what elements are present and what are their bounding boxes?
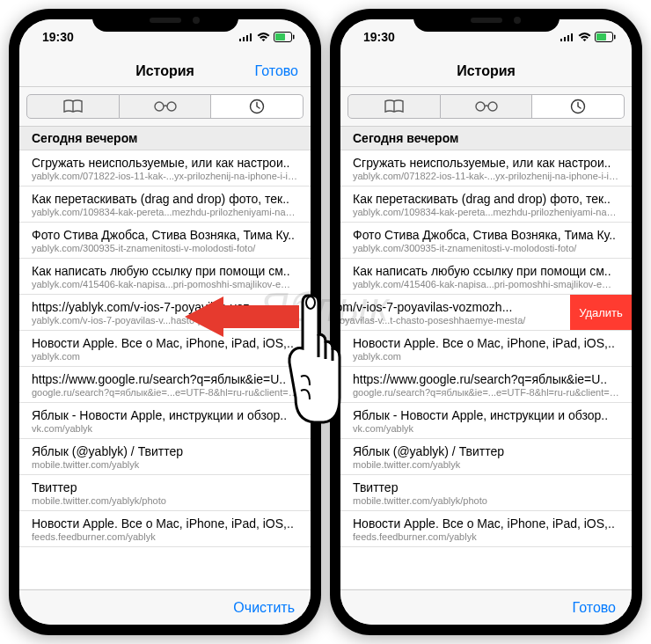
svg-point-17 — [476, 102, 485, 111]
history-row[interactable]: Яблык (@yablyk) / Твиттерmobile.twitter.… — [340, 439, 632, 475]
svg-rect-5 — [293, 35, 295, 40]
row-title: Новости Apple. Все о Mac, iPhone, iPad, … — [32, 516, 298, 531]
history-row[interactable]: https://www.google.ru/search?q=яблык&ie=… — [19, 367, 311, 403]
history-row[interactable]: Яблык - Новости Apple, инструкции и обзо… — [19, 403, 311, 439]
row-url: mobile.twitter.com/yablyk/photo — [32, 495, 298, 506]
svg-rect-15 — [614, 35, 616, 40]
history-row[interactable]: Новости Apple. Все о Mac, iPhone, iPad, … — [340, 331, 632, 367]
row-title: Твиттер — [353, 480, 619, 494]
row-url: google.ru/search?q=яблык&ie=...e=UTF-8&h… — [32, 387, 298, 398]
row-url: vk.com/yablyk — [32, 423, 298, 434]
history-row[interactable]: Фото Стива Джобса, Стива Возняка, Тима К… — [340, 223, 632, 259]
history-row[interactable]: Сгружать неиспользуемые, или как настрои… — [19, 150, 311, 187]
row-url: yablyk.com/300935-it-znamenitosti-v-molo… — [353, 243, 619, 253]
row-title: Яблык (@yablyk) / Твиттер — [32, 444, 298, 458]
history-row[interactable]: Новости Apple. Все о Mac, iPhone, iPad, … — [340, 511, 632, 547]
row-url: google.ru/search?q=яблык&ie=...e=UTF-8&h… — [353, 387, 619, 398]
clock-icon — [249, 99, 265, 114]
battery-icon — [595, 32, 616, 42]
done-toolbar-button[interactable]: Готово — [573, 600, 616, 616]
row-title: Твиттер — [32, 480, 298, 494]
history-row[interactable]: Как написать любую ссылку при помощи см.… — [340, 259, 632, 295]
history-row[interactable]: https://www.google.ru/search?q=яблык&ie=… — [340, 367, 632, 403]
battery-icon — [274, 32, 295, 42]
status-right — [560, 32, 616, 42]
row-title: Новости Apple. Все о Mac, iPhone, iPad, … — [353, 516, 619, 531]
svg-rect-2 — [246, 35, 248, 41]
history-row[interactable]: Твиттерmobile.twitter.com/yablyk/photo — [340, 475, 632, 511]
history-row[interactable]: Фото Стива Джобса, Стива Возняка, Тима К… — [19, 223, 311, 259]
row-title: yablyk.com/v-ios-7-poyavilas-vozmozh... — [340, 300, 567, 314]
row-url: yablyk.com/300935-it-znamenitosti-v-molo… — [32, 243, 298, 253]
svg-rect-11 — [564, 37, 566, 41]
wifi-icon — [257, 33, 270, 42]
tab-history[interactable] — [532, 94, 625, 119]
history-row[interactable]: Как перетаскивать (drag and drop) фото, … — [19, 187, 311, 223]
history-row[interactable]: Твиттерmobile.twitter.com/yablyk/photo — [19, 475, 311, 511]
row-url: m/v-ios-7-poyavilas-v...t-chasto-poseshh… — [340, 315, 567, 326]
book-icon — [63, 99, 83, 113]
pointer-hand-icon — [283, 289, 345, 429]
toolbar: Очистить — [19, 589, 311, 625]
row-title: Как перетаскивать (drag and drop) фото, … — [353, 192, 619, 206]
history-row[interactable]: Сгружать неиспользуемые, или как настрои… — [340, 150, 632, 187]
svg-rect-3 — [250, 33, 252, 41]
row-title: https://www.google.ru/search?q=яблык&ie=… — [353, 372, 619, 386]
svg-point-8 — [167, 102, 176, 111]
history-list-right: Сгружать неиспользуемые, или как настрои… — [340, 150, 632, 589]
status-right — [239, 32, 295, 42]
navbar: История — [340, 55, 632, 87]
nav-title: История — [457, 63, 516, 78]
signal-icon — [239, 33, 253, 41]
section-header: Сегодня вечером — [19, 127, 311, 150]
notch — [413, 9, 560, 32]
navbar: История Готово — [19, 55, 311, 87]
svg-rect-1 — [243, 37, 245, 41]
done-button[interactable]: Готово — [255, 63, 298, 79]
row-url: yablyk.com/415406-kak-napisa...pri-pomos… — [32, 279, 298, 289]
book-icon — [384, 99, 404, 113]
row-title: Яблык - Новости Apple, инструкции и обзо… — [353, 408, 619, 422]
tab-segmented — [340, 87, 632, 127]
status-time: 19:30 — [363, 30, 395, 44]
tab-history[interactable] — [211, 94, 304, 119]
tab-readinglist[interactable] — [441, 94, 533, 119]
tab-readinglist[interactable] — [120, 94, 212, 119]
tab-segmented — [19, 87, 311, 127]
tab-bookmarks[interactable] — [347, 94, 441, 119]
svg-point-18 — [488, 102, 497, 111]
nav-title: История — [135, 63, 194, 78]
history-row[interactable]: Яблык - Новости Apple, инструкции и обзо… — [340, 403, 632, 439]
row-url: yablyk.com/109834-kak-pereta...mezhdu-pr… — [353, 207, 619, 217]
history-row[interactable]: Новости Apple. Все о Mac, iPhone, iPad, … — [19, 511, 311, 547]
row-title: Яблык (@yablyk) / Твиттер — [353, 444, 619, 458]
glasses-icon — [152, 100, 179, 113]
tab-bookmarks[interactable] — [26, 94, 120, 119]
delete-button[interactable]: Удалить — [570, 295, 632, 330]
svg-rect-6 — [275, 33, 285, 40]
history-list-left: Сгружать неиспользуемые, или как настрои… — [19, 150, 311, 589]
history-row[interactable]: Как написать любую ссылку при помощи см.… — [19, 259, 311, 295]
svg-rect-16 — [596, 33, 606, 40]
svg-marker-20 — [185, 296, 299, 337]
row-url: mobile.twitter.com/yablyk — [353, 459, 619, 470]
row-url: yablyk.com/071822-ios-11-kak-...yx-prilo… — [353, 171, 619, 181]
clear-button[interactable]: Очистить — [233, 600, 295, 616]
clock-icon — [570, 99, 586, 114]
history-row-swiped[interactable]: yablyk.com/v-ios-7-poyavilas-vozmozh... … — [340, 295, 632, 331]
row-title: Яблык - Новости Apple, инструкции и обзо… — [32, 408, 298, 422]
row-title: Как перетаскивать (drag and drop) фото, … — [32, 192, 298, 206]
section-header: Сегодня вечером — [340, 127, 632, 150]
row-title: https://www.google.ru/search?q=яблык&ie=… — [32, 372, 298, 386]
wifi-icon — [578, 33, 591, 42]
row-url: yablyk.com/415406-kak-napisa...pri-pomos… — [353, 279, 619, 289]
svg-rect-10 — [560, 39, 562, 41]
stage: 19:30 История Готово — [0, 0, 651, 644]
row-url: vk.com/yablyk — [353, 423, 619, 434]
status-time: 19:30 — [42, 30, 74, 44]
notch — [92, 9, 238, 32]
svg-rect-13 — [571, 33, 573, 41]
history-row[interactable]: Яблык (@yablyk) / Твиттерmobile.twitter.… — [19, 439, 311, 475]
row-url: yablyk.com/071822-ios-11-kak-...yx-prilo… — [32, 171, 298, 181]
history-row[interactable]: Как перетаскивать (drag and drop) фото, … — [340, 187, 632, 223]
